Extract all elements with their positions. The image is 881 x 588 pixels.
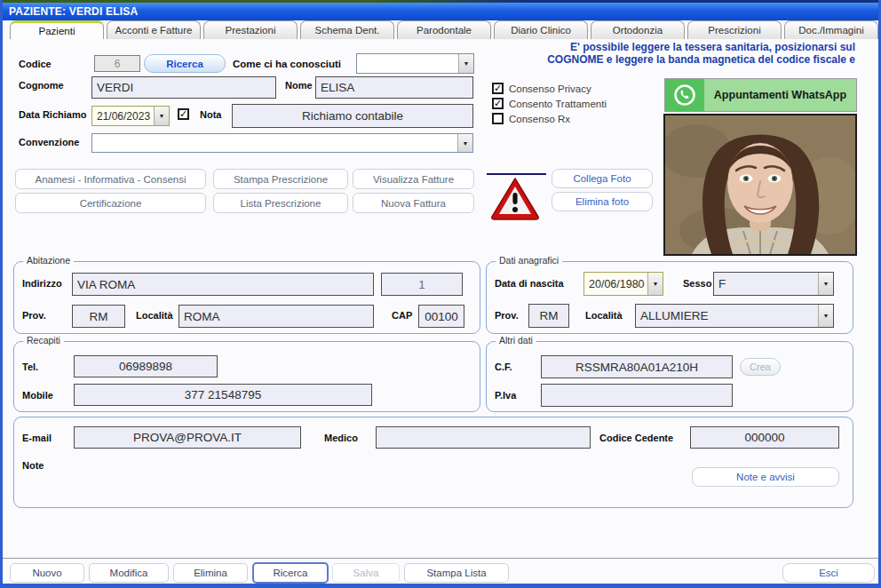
whatsapp-icon bbox=[665, 79, 704, 111]
email-field[interactable]: PROVA@PROVA.IT bbox=[74, 426, 301, 449]
tab-diario-clinico[interactable]: Diario Clinico bbox=[494, 20, 588, 39]
anagrafici-localita-select[interactable]: ALLUMIERE ▼ bbox=[635, 304, 834, 328]
abitazione-prov-field[interactable]: RM bbox=[72, 305, 125, 328]
medico-field[interactable] bbox=[376, 426, 591, 449]
mobile-label: Mobile bbox=[22, 390, 53, 401]
cap-label: CAP bbox=[392, 310, 412, 321]
tab-bar: Pazienti Acconti e Fatture Prestazioni S… bbox=[10, 20, 878, 39]
modifica-button[interactable]: Modifica bbox=[89, 563, 169, 583]
tab-ortodonzia[interactable]: Ortodonzia bbox=[591, 20, 685, 39]
indirizzo-label: Indirizzo bbox=[22, 278, 62, 289]
tab-acconti-e-fatture[interactable]: Acconti e Fatture bbox=[107, 20, 201, 39]
patient-photo bbox=[663, 114, 857, 256]
tel-field[interactable]: 06989898 bbox=[74, 355, 218, 377]
altri-dati-group-title: Altri dati bbox=[496, 335, 536, 346]
salva-button[interactable]: Salva bbox=[332, 563, 400, 583]
ricerca-codice-button[interactable]: Ricerca bbox=[144, 54, 226, 73]
app-window: PAZIENTE: VERDI ELISA Pazienti Acconti e… bbox=[0, 0, 881, 588]
anamnesi-button[interactable]: Anamesi - Informativa - Consensi bbox=[15, 169, 206, 189]
nome-label: Nome bbox=[285, 80, 313, 91]
tab-parodontale[interactable]: Parodontale bbox=[397, 20, 491, 39]
cf-label: C.F. bbox=[495, 362, 512, 372]
medico-label: Medico bbox=[324, 433, 358, 443]
email-label: E-mail bbox=[22, 433, 52, 443]
cap-field[interactable]: 00100 bbox=[418, 305, 464, 328]
cf-field[interactable]: RSSMRA80A01A210H bbox=[541, 355, 733, 378]
consento-trattamenti-checkbox[interactable]: ✓ bbox=[492, 98, 504, 109]
data-nascita-select[interactable]: 20/06/1980 ▼ bbox=[583, 272, 663, 296]
bottom-action-bar: Nuovo Modifica Elimina Ricerca Salva Sta… bbox=[3, 558, 878, 584]
note-label: Note bbox=[22, 460, 44, 471]
anagrafici-prov-field[interactable]: RM bbox=[528, 304, 569, 328]
indirizzo-field[interactable]: VIA ROMA bbox=[72, 273, 374, 296]
data-richiamo-select[interactable]: 21/06/2023 ▼ bbox=[91, 106, 170, 126]
codice-cedente-label: Codice Cedente bbox=[599, 433, 673, 443]
consenso-rx-checkbox[interactable] bbox=[492, 113, 504, 124]
chevron-down-icon[interactable]: ▼ bbox=[647, 273, 663, 295]
come-conosciuti-select[interactable]: ▼ bbox=[356, 53, 474, 74]
piva-field[interactable] bbox=[541, 384, 733, 407]
patient-form: E' possibile leggere la tessera sanitari… bbox=[3, 39, 878, 558]
dati-anagrafici-group-title: Dati anagrafici bbox=[496, 255, 562, 266]
tab-schema-dent[interactable]: Schema Dent. bbox=[300, 20, 394, 39]
nome-field[interactable]: ELISA bbox=[315, 76, 473, 99]
visualizza-fatture-button[interactable]: Visualizza Fatture bbox=[353, 169, 474, 189]
convenzione-select[interactable]: ▼ bbox=[91, 133, 473, 153]
esci-button[interactable]: Esci bbox=[782, 563, 875, 583]
abitazione-localita-label: Località bbox=[136, 310, 173, 321]
tel-label: Tel. bbox=[22, 362, 38, 372]
ricerca-button[interactable]: Ricerca bbox=[252, 562, 329, 584]
crea-cf-button[interactable]: Crea bbox=[740, 358, 781, 376]
piva-label: P.Iva bbox=[495, 390, 516, 401]
tab-prestazioni[interactable]: Prestazioni bbox=[203, 20, 298, 39]
stampa-lista-button[interactable]: Stampa Lista bbox=[404, 563, 509, 583]
title-bar: PAZIENTE: VERDI ELISA bbox=[3, 3, 878, 20]
divider-line bbox=[487, 173, 546, 175]
nuovo-button[interactable]: Nuovo bbox=[10, 563, 84, 583]
codice-label: Codice bbox=[19, 59, 52, 69]
cognome-label: Cognome bbox=[19, 80, 64, 91]
tab-pazienti[interactable]: Pazienti bbox=[10, 20, 104, 39]
lista-prescrizione-button[interactable]: Lista Prescrizione bbox=[213, 193, 348, 213]
data-richiamo-label: Data Richiamo bbox=[19, 109, 86, 120]
chevron-down-icon[interactable]: ▼ bbox=[818, 273, 833, 295]
elimina-foto-button[interactable]: Elimina foto bbox=[552, 192, 653, 211]
consenso-privacy-checkbox[interactable]: ✓ bbox=[492, 83, 504, 94]
mobile-field[interactable]: 377 21548795 bbox=[74, 384, 372, 406]
codice-cedente-field[interactable]: 000000 bbox=[690, 426, 839, 449]
codice-field[interactable]: 6 bbox=[94, 55, 140, 72]
consenso-privacy-label: Consenso Privacy bbox=[509, 83, 591, 94]
whatsapp-appointments-button[interactable]: Appuntamenti WhatsApp bbox=[664, 78, 857, 112]
abitazione-localita-field[interactable]: ROMA bbox=[179, 305, 374, 328]
collega-foto-button[interactable]: Collega Foto bbox=[552, 169, 653, 188]
stampa-prescrizione-button[interactable]: Stampa Prescrizione bbox=[213, 169, 348, 189]
card-reader-instructions: E' possibile leggere la tessera sanitari… bbox=[464, 42, 855, 66]
chevron-down-icon[interactable]: ▼ bbox=[458, 54, 473, 73]
sesso-label: Sesso bbox=[683, 278, 711, 289]
consento-trattamenti-label: Consento Trattamenti bbox=[509, 99, 607, 109]
certificazione-button[interactable]: Certificazione bbox=[15, 193, 206, 213]
tab-prescrizioni[interactable]: Prescrizioni bbox=[687, 20, 782, 39]
nota-label: Nota bbox=[200, 109, 221, 120]
nuova-fattura-button[interactable]: Nuova Fattura bbox=[353, 193, 474, 213]
consenso-rx-label: Consenso Rx bbox=[509, 114, 570, 124]
richiamo-checkbox[interactable]: ✓ bbox=[178, 108, 189, 120]
chevron-down-icon[interactable]: ▼ bbox=[457, 134, 472, 152]
cognome-field[interactable]: VERDI bbox=[91, 76, 276, 99]
data-nascita-label: Data di nascita bbox=[495, 278, 564, 289]
tab-doc-immagini[interactable]: Doc./Immagini bbox=[784, 20, 878, 39]
abitazione-prov-label: Prov. bbox=[22, 310, 46, 321]
abitazione-group-title: Abitazione bbox=[23, 255, 74, 266]
elimina-button[interactable]: Elimina bbox=[173, 563, 248, 583]
nota-field[interactable]: Richiamo contabile bbox=[232, 104, 473, 128]
sesso-select[interactable]: F ▼ bbox=[713, 272, 834, 296]
anagrafici-prov-label: Prov. bbox=[495, 310, 519, 321]
chevron-down-icon[interactable]: ▼ bbox=[818, 305, 833, 327]
convenzione-label: Convenzione bbox=[19, 137, 79, 147]
note-e-avvisi-button[interactable]: Note e avvisi bbox=[692, 467, 839, 487]
recapiti-group-title: Recapiti bbox=[23, 335, 64, 346]
chevron-down-icon[interactable]: ▼ bbox=[154, 107, 169, 125]
window-title: PAZIENTE: VERDI ELISA bbox=[9, 5, 138, 18]
warning-icon bbox=[489, 176, 541, 224]
numero-civico-field[interactable]: 1 bbox=[381, 273, 463, 296]
